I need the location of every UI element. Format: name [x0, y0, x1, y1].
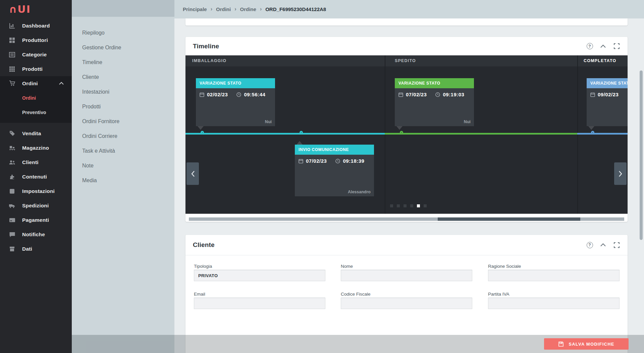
timeline-next-button[interactable]: [614, 162, 627, 185]
timeline-event-card[interactable]: VARIAZIONE STATO 07/02/23 09:19:03 Nui: [395, 78, 474, 126]
tipologia-field[interactable]: [194, 270, 325, 281]
sidebar-subitem-preventivo[interactable]: Preventivo: [0, 105, 72, 119]
section-item-riepilogo[interactable]: Riepilogo: [72, 26, 174, 40]
pagination-dot[interactable]: [410, 204, 413, 207]
event-type: INVIO COMUNICAZIONE: [295, 145, 374, 155]
collapse-icon[interactable]: [599, 43, 607, 50]
event-pointer: [588, 126, 594, 130]
timeline-event-card[interactable]: INVIO COMUNICAZIONE 07/02/23 09:18:39 Al…: [295, 145, 374, 196]
calendar-icon: [299, 159, 303, 163]
section-item-ordini-corriere[interactable]: Ordini Corriere: [72, 129, 174, 144]
timeline-event-card[interactable]: VARIAZIONE STATO 09/02/23: [587, 78, 628, 126]
nome-field[interactable]: [341, 270, 472, 281]
payment-icon: [9, 217, 15, 223]
field-label-tipologia: Tipologia: [194, 264, 212, 269]
app-root: ∩UI Dashboard Produttori Categorie Prodo…: [0, 0, 644, 353]
partita-iva-field[interactable]: [488, 298, 620, 309]
event-author: Nui: [464, 119, 471, 124]
sidebar-item-label: Prodotti: [22, 66, 43, 72]
sidebar-item-vendita[interactable]: Vendita: [0, 126, 72, 141]
page-scrollbar-thumb[interactable]: [640, 70, 643, 240]
phase-label-completato: COMPLETATO: [584, 58, 616, 63]
sidebar-item-pagamenti[interactable]: Pagamenti: [0, 213, 72, 227]
email-field[interactable]: [194, 298, 325, 309]
codice-fiscale-field[interactable]: [341, 298, 472, 309]
sidebar-item-label: Spedizioni: [22, 203, 49, 209]
pagination-dot[interactable]: [424, 204, 427, 207]
chevron-right-icon: ›: [211, 6, 212, 12]
collapse-icon[interactable]: [599, 241, 607, 249]
pagination-dot[interactable]: [397, 204, 400, 207]
app-logo[interactable]: ∩UI: [0, 0, 72, 18]
help-icon[interactable]: ?: [586, 43, 593, 50]
ragione-sociale-field[interactable]: [488, 270, 620, 281]
breadcrumb-item[interactable]: Principale: [183, 6, 207, 12]
sidebar-item-label: Ordini: [22, 81, 38, 87]
sidebar-item-magazzino[interactable]: Magazzino: [0, 141, 72, 155]
pagination-dot[interactable]: [404, 204, 407, 207]
sidebar-subitem-label: Preventivo: [22, 110, 46, 115]
timeline-node[interactable]: [400, 131, 403, 134]
section-item-timeline[interactable]: Timeline: [72, 55, 174, 70]
section-item-ordini-fornitore[interactable]: Ordini Fornitore: [72, 114, 174, 129]
timeline-pagination: [390, 204, 427, 207]
timeline-segment-spedito: [385, 133, 577, 135]
sidebar-item-dashboard[interactable]: Dashboard: [0, 18, 72, 33]
timeline-prev-button[interactable]: [186, 162, 199, 185]
sidebar-item-produttori[interactable]: Produttori: [0, 33, 72, 47]
panel-title: Cliente: [193, 241, 215, 249]
section-sidebar: Riepilogo Gestione Ordine Timeline Clien…: [72, 0, 174, 353]
pagination-dot-active[interactable]: [417, 204, 420, 207]
section-item-cliente[interactable]: Cliente: [72, 70, 174, 85]
event-date: 09/02/23: [598, 92, 619, 97]
breadcrumb-current: ORD_F6995230D44122A8: [265, 6, 326, 12]
fullscreen-icon[interactable]: [613, 43, 620, 50]
sidebar-item-clienti[interactable]: Clienti: [0, 155, 72, 169]
clock-icon: [435, 92, 440, 97]
truck-icon: [9, 202, 15, 209]
sidebar-item-label: Contenuti: [22, 174, 47, 180]
section-item-prodotti[interactable]: Prodotti: [72, 99, 174, 114]
previous-panel-edge: [185, 18, 628, 26]
sidebar-item-contenuti[interactable]: Contenuti: [0, 169, 72, 184]
sidebar-item-ordini[interactable]: Ordini: [0, 76, 72, 91]
chevron-up-icon: [59, 82, 64, 85]
timeline-node[interactable]: [201, 131, 204, 134]
section-item-intestazioni[interactable]: Intestazioni: [72, 85, 174, 99]
help-icon[interactable]: ?: [586, 241, 593, 249]
main-content: Timeline ? IMBALLAGGIO SPEDITO COMPLETAT…: [174, 18, 644, 353]
timeline-node[interactable]: [300, 131, 303, 134]
event-type: VARIAZIONE STATO: [395, 78, 474, 88]
sidebar-item-impostazioni[interactable]: Impostazioni: [0, 184, 72, 198]
logo-text: ∩UI: [9, 3, 31, 15]
section-item-task-attivita[interactable]: Task e Attività: [72, 144, 174, 158]
timeline-horizontal-scrollbar[interactable]: [189, 217, 624, 221]
calendar-icon: [200, 92, 204, 97]
fullscreen-icon[interactable]: [613, 241, 620, 249]
sidebar-item-notifiche[interactable]: Notifiche: [0, 227, 72, 242]
section-item-note[interactable]: Note: [72, 158, 174, 173]
sidebar-item-categorie[interactable]: Categorie: [0, 47, 72, 62]
pagination-dot[interactable]: [390, 204, 393, 207]
sidebar-group-ordini: Ordini Ordini Preventivo: [0, 76, 72, 123]
phase-label-imballaggio: IMBALLAGGIO: [192, 58, 226, 63]
grid-dense-icon: [9, 66, 15, 72]
timeline-event-card[interactable]: VARIAZIONE STATO 02/02/23 09:56:44 Nui: [196, 78, 275, 126]
save-button[interactable]: SALVA MODIFICHE: [544, 338, 629, 350]
scrollbar-thumb[interactable]: [438, 217, 580, 221]
breadcrumb-item[interactable]: Ordini: [216, 6, 231, 12]
section-sidebar-header: [72, 0, 174, 17]
sidebar-item-label: Magazzino: [22, 145, 49, 151]
sidebar-item-label: Impostazioni: [22, 188, 55, 194]
sidebar-item-prodotti[interactable]: Prodotti: [0, 62, 72, 76]
sidebar-subitem-ordini[interactable]: Ordini: [0, 91, 72, 105]
grid-icon: [9, 37, 15, 44]
sidebar-item-dati[interactable]: Dati: [0, 242, 72, 256]
section-item-media[interactable]: Media: [72, 173, 174, 188]
sidebar-item-spedizioni[interactable]: Spedizioni: [0, 198, 72, 213]
breadcrumb-item[interactable]: Ordine: [240, 6, 256, 12]
section-item-gestione-ordine[interactable]: Gestione Ordine: [72, 40, 174, 55]
timeline-node[interactable]: [591, 131, 594, 134]
sidebar-subitem-label: Ordini: [22, 95, 36, 101]
settings-icon: [9, 188, 15, 195]
